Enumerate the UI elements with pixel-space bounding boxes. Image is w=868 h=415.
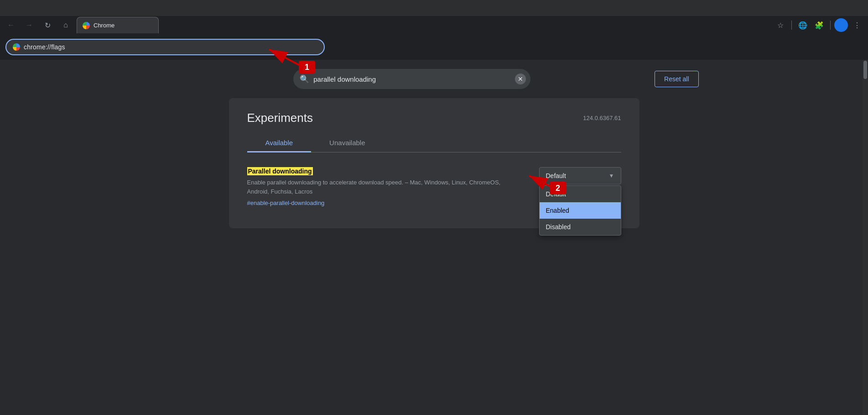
divider2 <box>830 21 831 30</box>
tabs-row: Available Unavailable <box>247 134 621 152</box>
scrollbar-track[interactable] <box>863 60 868 415</box>
address-bar[interactable]: chrome://flags <box>5 39 325 55</box>
tab-unavailable[interactable]: Unavailable <box>311 134 383 152</box>
forward-button[interactable]: → <box>22 18 36 32</box>
feature-description: Enable parallel downloading to accelerat… <box>247 178 521 196</box>
feature-item-parallel-downloading: Parallel downloading Enable parallel dow… <box>247 163 621 210</box>
search-container: 🔍 ✕ <box>293 69 530 89</box>
titlebar <box>0 0 868 16</box>
divider <box>791 21 792 30</box>
scrollbar-thumb[interactable] <box>863 61 867 79</box>
back-button[interactable]: ← <box>4 18 18 32</box>
feature-info: Parallel downloading Enable parallel dow… <box>247 167 521 206</box>
feature-dropdown-button[interactable]: Default ▼ <box>539 167 621 184</box>
tab-favicon <box>83 22 90 29</box>
address-favicon <box>13 43 20 51</box>
feature-name: Parallel downloading <box>247 167 313 175</box>
reset-all-button[interactable]: Reset all <box>655 71 698 87</box>
dropdown-current-value: Default <box>546 172 566 179</box>
experiments-panel: Experiments 124.0.6367.61 Available Unav… <box>229 98 639 228</box>
dropdown-option-enabled[interactable]: Enabled <box>540 202 621 219</box>
reload-button[interactable]: ↻ <box>40 18 55 32</box>
feature-dropdown-container: Default ▼ Default Enabled Disabled <box>539 167 621 184</box>
experiments-title: Experiments <box>247 111 313 125</box>
tab-available[interactable]: Available <box>247 134 312 152</box>
home-button[interactable]: ⌂ <box>58 18 73 32</box>
experiments-header: Experiments 124.0.6367.61 <box>247 111 621 125</box>
tab-title: Chrome <box>94 22 114 29</box>
search-input[interactable] <box>293 69 530 89</box>
dropdown-option-disabled[interactable]: Disabled <box>540 219 621 235</box>
page-content: 🔍 ✕ Reset all Experiments 124.0.6367.61 … <box>0 60 868 415</box>
extensions-button[interactable]: 🧩 <box>812 18 826 32</box>
profile-button[interactable] <box>834 18 848 32</box>
toolbar-right: ☆ 🌐 🧩 ⋮ <box>773 18 864 32</box>
address-bar-area: chrome://flags <box>0 34 868 60</box>
globe-button[interactable]: 🌐 <box>795 18 810 32</box>
menu-button[interactable]: ⋮ <box>850 18 864 32</box>
search-bar-row: 🔍 ✕ Reset all <box>161 69 708 89</box>
dropdown-menu: Default Enabled Disabled <box>539 185 621 236</box>
clear-icon: ✕ <box>518 75 523 83</box>
dropdown-option-default[interactable]: Default <box>540 186 621 202</box>
address-text: chrome://flags <box>24 43 65 51</box>
version-text: 124.0.6367.61 <box>583 115 621 121</box>
tab-bar: ← → ↻ ⌂ Chrome ☆ 🌐 🧩 ⋮ <box>0 16 868 34</box>
active-tab[interactable]: Chrome <box>77 17 159 33</box>
chevron-down-icon: ▼ <box>609 173 614 179</box>
bookmark-button[interactable]: ☆ <box>773 18 788 32</box>
feature-link[interactable]: #enable-parallel-downloading <box>247 200 521 206</box>
